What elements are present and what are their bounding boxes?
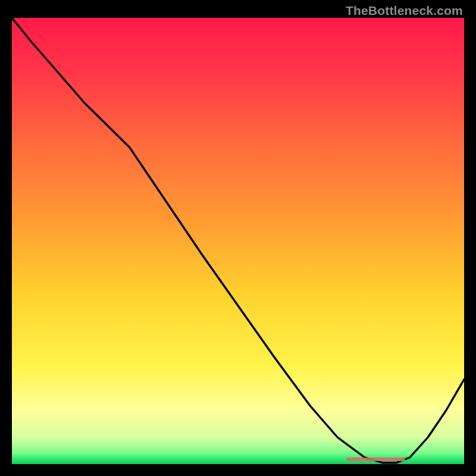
chart-container	[12, 18, 464, 464]
watermark-text: TheBottleneck.com	[346, 4, 463, 18]
data-line	[12, 18, 464, 464]
plot-area	[12, 18, 464, 464]
optimal-range-marker	[346, 458, 405, 461]
